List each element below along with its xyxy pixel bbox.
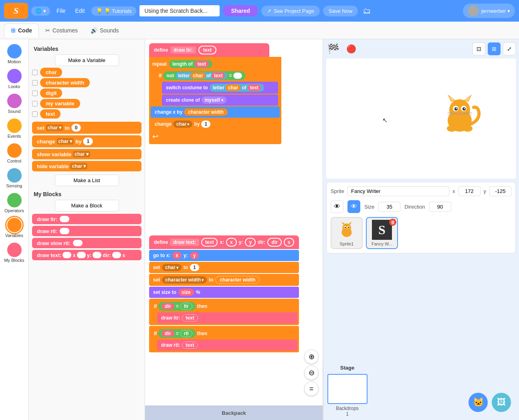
tab-costumes[interactable]: ✂ Costumes xyxy=(39,24,84,37)
make-variable-button[interactable]: Make a Variable xyxy=(55,54,119,66)
user-menu[interactable]: jernwerber ▾ xyxy=(463,4,515,18)
add-backdrop-button[interactable]: 🖼 xyxy=(492,393,511,412)
scratch-logo[interactable]: S xyxy=(4,3,28,19)
make-block-button[interactable]: Make a Block xyxy=(55,200,119,211)
category-sensing[interactable]: Sensing xyxy=(1,167,28,190)
set-var-dropdown[interactable]: char ▾ xyxy=(46,125,63,131)
draw-ltr-block[interactable]: draw ltr: xyxy=(32,214,141,224)
zoom-in-button[interactable]: ⊕ xyxy=(304,350,319,364)
category-myblocks[interactable]: My Blocks xyxy=(1,241,28,264)
draw-rtl-block[interactable]: draw rtl: xyxy=(32,226,141,236)
if-not-block[interactable]: if not letter char of text = xyxy=(155,70,280,106)
stage-mini-thumbnail[interactable] xyxy=(327,374,368,404)
hide-variable-block[interactable]: hide variable char ▾ xyxy=(32,161,141,171)
sprite-thumb-fancy-writer[interactable]: 🗑 S Fancy W... xyxy=(366,217,398,249)
define-draw-ltr-block[interactable]: define draw ltr: text xyxy=(149,43,269,57)
control-label: Control xyxy=(7,159,21,163)
scripts-canvas[interactable]: S define draw ltr: text repeat xyxy=(145,39,323,420)
backpack-bar[interactable]: Backpack xyxy=(145,406,323,420)
define-draw-text-block[interactable]: define draw text: text x: x y: y dir: di… xyxy=(149,235,299,249)
var-checkbox-text[interactable] xyxy=(32,111,38,117)
blocks-panel: Variables Make a Variable char character… xyxy=(29,39,145,420)
draw-rtl-call-block[interactable]: draw rtl: text xyxy=(157,340,297,351)
add-sprite-button[interactable]: 🐱 xyxy=(469,393,488,412)
delete-sprite-badge[interactable]: 🗑 xyxy=(389,219,396,226)
file-menu[interactable]: File xyxy=(53,6,69,16)
sprite-cat xyxy=(436,90,484,140)
goto-xy-block[interactable]: go to x: x y: y xyxy=(149,250,299,261)
project-title-input[interactable] xyxy=(139,5,220,16)
var-pill-character-width[interactable]: character width xyxy=(40,78,90,87)
show-var-dropdown[interactable]: char ▾ xyxy=(73,151,90,157)
set-char-1-block[interactable]: set char ▾ to 1 xyxy=(149,262,299,273)
tutorials-button[interactable]: 💡 💡 Tutorials xyxy=(91,6,137,16)
category-variables[interactable]: Variables xyxy=(1,216,28,239)
category-motion[interactable]: Motion xyxy=(1,42,28,66)
set-char-width-block[interactable]: set character width ▾ to character width xyxy=(149,274,299,286)
category-events[interactable]: Events xyxy=(1,117,28,140)
var-pill-char[interactable]: char xyxy=(40,68,62,77)
edit-menu[interactable]: Edit xyxy=(72,6,88,16)
large-stage-button[interactable]: ⊞ xyxy=(488,42,501,55)
category-sound[interactable]: Sound xyxy=(1,92,28,115)
size-input[interactable] xyxy=(378,202,400,212)
tab-code[interactable]: ⊞ Code xyxy=(4,24,39,37)
change-char-block[interactable]: change char ▾ by 1 xyxy=(151,119,280,130)
draw-text-block[interactable]: draw text: x y: dir: s xyxy=(32,250,141,260)
sprite-name-input[interactable] xyxy=(347,186,449,196)
switch-costume-block[interactable]: switch costume to letter char of text xyxy=(162,82,278,94)
make-list-button[interactable]: Make a List xyxy=(55,175,119,186)
var-checkbox-character-width[interactable] xyxy=(32,80,38,86)
save-button[interactable]: Save Now xyxy=(323,6,358,16)
var-checkbox-char[interactable] xyxy=(32,70,38,75)
var-pill-digit[interactable]: digit xyxy=(40,88,62,98)
change-block[interactable]: change char ▾ by 1 xyxy=(32,135,141,147)
shared-button[interactable]: Shared xyxy=(223,5,258,16)
if-dir-ltr-block[interactable]: if dir = ltr then draw ltr: text xyxy=(149,299,299,325)
if-dir-rtl-block[interactable]: if dir = rtl then draw rtl: text xyxy=(149,326,299,352)
hide-var-dropdown[interactable]: char ▾ xyxy=(70,163,87,169)
playback-controls: 🏁 🔴 xyxy=(326,42,358,56)
green-flag-button[interactable]: 🏁 xyxy=(326,42,341,56)
category-control[interactable]: Control xyxy=(1,142,28,165)
var-checkbox-my-variable[interactable] xyxy=(32,101,38,107)
direction-input[interactable] xyxy=(429,202,451,212)
blocks-container: S define draw ltr: text repeat xyxy=(145,39,323,400)
see-project-button[interactable]: ↗ See Project Page xyxy=(261,6,320,16)
y-input[interactable] xyxy=(489,186,511,196)
hide-sprite-button[interactable]: 👁 xyxy=(347,200,360,213)
show-sprite-button[interactable]: 👁 xyxy=(331,200,343,213)
sprite-thumb-sprite1[interactable]: Sprite1 xyxy=(331,217,363,249)
create-clone-block[interactable]: create clone of myself ▾ xyxy=(162,94,278,106)
tab-sounds[interactable]: 🔊 Sounds xyxy=(84,24,125,37)
zoom-reset-button[interactable]: = xyxy=(304,382,319,396)
sounds-tab-label: Sounds xyxy=(100,27,119,34)
set-size-block[interactable]: set size to size % xyxy=(149,287,299,298)
globe-button[interactable]: 🌐 ▾ xyxy=(31,6,50,16)
folder-button[interactable]: 🗂 xyxy=(361,5,372,17)
draw-ltr-call-block[interactable]: draw ltr: text xyxy=(157,312,297,324)
fullscreen-button[interactable]: ⤢ xyxy=(503,42,516,55)
set-block[interactable]: set char ▾ to 0 xyxy=(32,122,141,134)
backpack-label: Backpack xyxy=(222,410,246,416)
category-operators[interactable]: Operators xyxy=(1,191,28,215)
svg-point-1 xyxy=(449,99,470,120)
show-variable-block[interactable]: show variable char ▾ xyxy=(32,149,141,159)
svg-point-12 xyxy=(458,112,461,114)
categories-panel: Motion Looks Sound Events Control Sensin… xyxy=(0,39,29,420)
zoom-out-button[interactable]: ⊖ xyxy=(304,366,319,380)
stage-view-controls: ⊡ ⊞ ⤢ xyxy=(473,42,516,55)
draw-slow-rtl-block[interactable]: draw slow rtl: xyxy=(32,238,141,248)
sound-label: Sound xyxy=(8,109,21,114)
var-pill-my-variable[interactable]: my variable xyxy=(40,99,80,108)
repeat-block[interactable]: repeat length of text if not xyxy=(149,57,281,144)
x-input[interactable] xyxy=(458,186,481,196)
category-looks[interactable]: Looks xyxy=(1,67,28,90)
change-var-dropdown[interactable]: char ▾ xyxy=(57,138,74,145)
change-x-block[interactable]: change x by character width xyxy=(151,107,280,118)
var-pill-text[interactable]: text xyxy=(40,109,61,119)
stop-button[interactable]: 🔴 xyxy=(344,42,358,56)
small-stage-button[interactable]: ⊡ xyxy=(473,42,485,55)
var-checkbox-digit[interactable] xyxy=(32,90,38,96)
code-tab-label: Code xyxy=(18,27,32,34)
